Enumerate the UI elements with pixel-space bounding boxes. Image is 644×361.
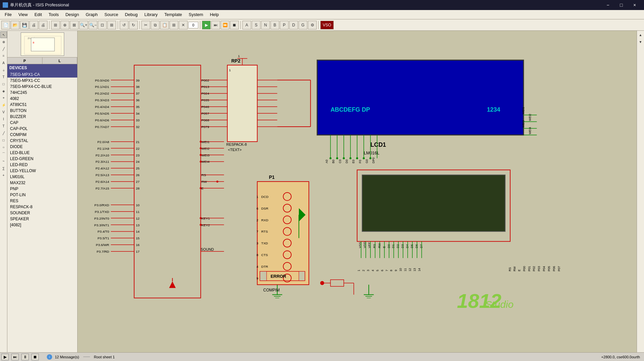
device-buzzer[interactable]: BUZZER bbox=[7, 114, 77, 120]
wire-tool[interactable]: ╱ bbox=[0, 45, 7, 52]
terminal-tool[interactable]: T bbox=[0, 74, 7, 80]
device-speaker[interactable]: SPEAKER bbox=[7, 216, 77, 222]
redo-button[interactable]: ↻ bbox=[129, 21, 138, 29]
block-copy-button[interactable]: ⊞ bbox=[170, 21, 178, 29]
device-7seg-mpx1-cc[interactable]: 7SEG-MPX1-CC bbox=[7, 78, 77, 84]
device-button[interactable]: BUTTON bbox=[7, 108, 77, 114]
tab-l[interactable]: L bbox=[42, 57, 78, 64]
device-compim[interactable]: COMPIM bbox=[7, 132, 77, 138]
run-button[interactable]: ▶ bbox=[202, 21, 211, 29]
drc-button[interactable]: D bbox=[289, 21, 298, 29]
scroll-down[interactable]: ▼ bbox=[637, 38, 644, 45]
stop-debug-button[interactable]: ⏹ bbox=[230, 21, 239, 29]
wire-button[interactable]: ⊕ bbox=[61, 21, 69, 29]
vso-button[interactable]: VSO bbox=[320, 21, 334, 29]
device-res[interactable]: RES bbox=[7, 198, 77, 204]
marker-tool[interactable]: + bbox=[0, 172, 7, 178]
menu-source[interactable]: Source bbox=[101, 11, 121, 18]
zoom-in-button[interactable]: 🔍+ bbox=[79, 21, 88, 29]
device-4082[interactable]: 4082 bbox=[7, 96, 77, 102]
device-respack-8[interactable]: RESPACK-8 bbox=[7, 204, 77, 210]
port-tool[interactable]: □ bbox=[0, 81, 7, 87]
device-4082-bracket[interactable]: [4082] bbox=[7, 222, 77, 228]
netlist-button[interactable]: N bbox=[261, 21, 270, 29]
box-tool[interactable]: □ bbox=[0, 137, 7, 143]
menu-help[interactable]: Help bbox=[207, 11, 222, 18]
device-led-red[interactable]: LED-RED bbox=[7, 162, 77, 168]
cut-button[interactable]: ✂ bbox=[141, 21, 150, 29]
menu-edit[interactable]: Edit bbox=[31, 11, 45, 18]
menu-view[interactable]: View bbox=[15, 11, 31, 18]
annotate-button[interactable]: A bbox=[242, 21, 251, 29]
iprobe-tool[interactable]: I bbox=[0, 116, 7, 122]
device-cap[interactable]: CAP bbox=[7, 120, 77, 126]
close-button[interactable]: × bbox=[628, 0, 641, 10]
bus-tool[interactable]: = bbox=[0, 52, 7, 59]
prop-button[interactable]: ⚙ bbox=[308, 21, 317, 29]
menu-tools[interactable]: Tools bbox=[45, 11, 62, 18]
menu-design[interactable]: Design bbox=[62, 11, 82, 18]
symbol-tool[interactable]: ∑ bbox=[0, 165, 7, 171]
schematic-canvas-area[interactable]: P0.0/AD0 39 P0.1/AD1 38 P0.2/AD2 37 P0.3… bbox=[78, 31, 637, 352]
menu-graph[interactable]: Graph bbox=[82, 11, 101, 18]
probe-tool[interactable]: ◈ bbox=[0, 88, 7, 94]
vprobe-tool[interactable]: V bbox=[0, 109, 7, 115]
device-sounder[interactable]: SOUNDER bbox=[7, 210, 77, 216]
device-lm016l[interactable]: LM016L bbox=[7, 174, 77, 180]
print-button[interactable]: 🖨 bbox=[29, 21, 38, 29]
menu-template[interactable]: Template bbox=[161, 11, 186, 18]
play-button[interactable]: ▶ bbox=[1, 354, 9, 360]
gerber-button[interactable]: G bbox=[299, 21, 307, 29]
menu-library[interactable]: Library bbox=[141, 11, 161, 18]
device-led-green[interactable]: LED-GREEN bbox=[7, 156, 77, 162]
device-led-blue[interactable]: LED-BLUE bbox=[7, 150, 77, 156]
device-diode[interactable]: DIODE bbox=[7, 144, 77, 150]
minimize-button[interactable]: − bbox=[601, 0, 615, 10]
path-tool[interactable]: ~ bbox=[0, 158, 7, 164]
bom-button[interactable]: B bbox=[271, 21, 279, 29]
device-7seg-mpx1-ca[interactable]: 7SEG-MPX1-CA bbox=[7, 72, 77, 78]
copy-button[interactable]: ⧉ bbox=[151, 21, 159, 29]
zoom-out-button[interactable]: 🔍− bbox=[89, 21, 97, 29]
device-crystal[interactable]: CRYSTAL bbox=[7, 138, 77, 144]
tape-tool[interactable]: ⌖ bbox=[0, 95, 7, 101]
pcb-button[interactable]: P bbox=[280, 21, 289, 29]
step-button[interactable]: ⏭ bbox=[211, 21, 220, 29]
zoom-fit-button[interactable]: ⊡ bbox=[98, 21, 107, 29]
stop-button[interactable]: ⏹ bbox=[31, 354, 39, 360]
text-tool[interactable]: T bbox=[0, 123, 7, 129]
device-at89c51[interactable]: AT89C51 bbox=[7, 102, 77, 108]
generator-tool[interactable]: ⚡ bbox=[0, 102, 7, 108]
tab-p[interactable]: P bbox=[7, 57, 42, 64]
step-over-button[interactable]: ⏩ bbox=[221, 21, 229, 29]
scroll-up[interactable]: ▲ bbox=[637, 31, 644, 38]
arc-tool[interactable]: ⌒ bbox=[0, 151, 7, 157]
open-button[interactable]: 📂 bbox=[11, 21, 19, 29]
delete-button[interactable]: ✕ bbox=[179, 21, 188, 29]
zoom-area-button[interactable]: ⊞ bbox=[107, 21, 116, 29]
select-tool[interactable]: ↖ bbox=[0, 31, 7, 38]
step-button[interactable]: ⏭ bbox=[11, 354, 19, 360]
menu-file[interactable]: File bbox=[1, 11, 15, 18]
sim-button[interactable]: S bbox=[252, 21, 260, 29]
undo-button[interactable]: ↺ bbox=[120, 21, 128, 29]
schematic-svg[interactable]: P0.0/AD0 39 P0.1/AD1 38 P0.2/AD2 37 P0.3… bbox=[78, 31, 637, 352]
menu-system[interactable]: System bbox=[185, 11, 206, 18]
device-7seg-mpx4-cc-blue[interactable]: 7SEG-MPX4-CC-BLUE bbox=[7, 84, 77, 90]
pause-button[interactable]: ⏸ bbox=[21, 354, 29, 360]
device-max232[interactable]: MAX232 bbox=[7, 180, 77, 186]
maximize-button[interactable]: □ bbox=[615, 0, 628, 10]
paste-button[interactable]: 📋 bbox=[160, 21, 169, 29]
device-pot-lin[interactable]: POT-LIN bbox=[7, 192, 77, 198]
device-pnp[interactable]: PNP bbox=[7, 186, 77, 192]
cursor-button[interactable]: ⊠ bbox=[70, 21, 79, 29]
circle-tool[interactable]: ○ bbox=[0, 144, 7, 150]
menu-debug[interactable]: Debug bbox=[121, 11, 141, 18]
print2-button[interactable]: 🖨 bbox=[39, 21, 47, 29]
label-tool[interactable]: A bbox=[0, 59, 7, 66]
line-tool[interactable]: ╱ bbox=[0, 130, 7, 136]
save-button[interactable]: 💾 bbox=[20, 21, 29, 29]
device-74hc245[interactable]: 74HC245 bbox=[7, 90, 77, 96]
zoom-input[interactable]: 0 bbox=[188, 22, 198, 28]
component-tool[interactable]: ⊕ bbox=[0, 38, 7, 45]
